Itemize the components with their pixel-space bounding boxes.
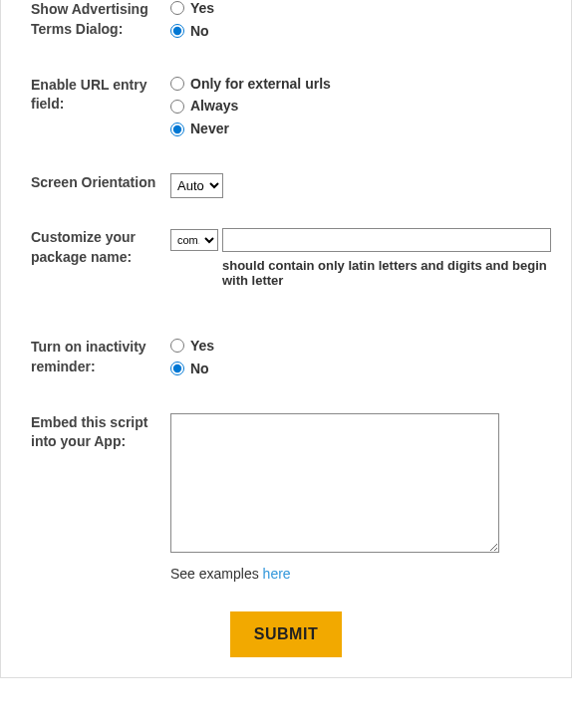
radio-inactivity-no-wrap: No	[170, 361, 551, 377]
radio-advertising-yes-label[interactable]: Yes	[190, 0, 214, 17]
submit-button[interactable]: SUBMIT	[230, 611, 342, 657]
field-advertising: Yes No	[170, 0, 571, 46]
radio-url-external-label[interactable]: Only for external urls	[190, 76, 331, 93]
field-inactivity: Yes No	[170, 338, 571, 383]
radio-url-always[interactable]	[170, 100, 184, 114]
textarea-embed-script[interactable]	[170, 413, 499, 553]
radio-url-never-wrap: Never	[170, 121, 551, 137]
radio-inactivity-yes-label[interactable]: Yes	[190, 338, 214, 355]
field-orientation: Auto	[170, 173, 571, 198]
radio-url-never-label[interactable]: Never	[190, 121, 229, 137]
row-embed-script: Embed this script into your App: See exa…	[1, 413, 571, 582]
row-url-entry: Enable URL entry field: Only for externa…	[1, 76, 571, 173]
label-advertising: Show Advertising Terms Dialog:	[1, 0, 170, 39]
row-orientation: Screen Orientation Auto	[1, 173, 571, 228]
radio-advertising-yes[interactable]	[170, 1, 184, 15]
package-input-row: com.	[170, 228, 551, 252]
select-orientation[interactable]: Auto	[170, 173, 223, 198]
label-package-name: Customize your package name:	[1, 228, 170, 267]
row-submit: SUBMIT	[1, 582, 571, 677]
radio-inactivity-yes-wrap: Yes	[170, 338, 551, 355]
row-advertising: Show Advertising Terms Dialog: Yes No	[1, 0, 571, 76]
radio-url-never[interactable]	[170, 122, 184, 136]
label-embed-script: Embed this script into your App:	[1, 413, 170, 452]
select-package-prefix[interactable]: com.	[170, 229, 218, 251]
row-package-name: Customize your package name: com. should…	[1, 228, 571, 338]
input-package-name[interactable]	[222, 228, 551, 252]
embed-examples-link[interactable]: here	[263, 566, 291, 582]
embed-examples: See examples here	[170, 566, 551, 582]
radio-advertising-yes-wrap: Yes	[170, 0, 551, 17]
radio-url-external[interactable]	[170, 77, 184, 91]
field-url-entry: Only for external urls Always Never	[170, 76, 571, 143]
label-orientation: Screen Orientation	[1, 173, 170, 193]
embed-examples-text: See examples	[170, 566, 263, 582]
field-package-name: com. should contain only latin letters a…	[170, 228, 571, 288]
row-inactivity: Turn on inactivity reminder: Yes No	[1, 338, 571, 413]
form-container: Show Advertising Terms Dialog: Yes No En…	[0, 0, 572, 678]
radio-inactivity-no[interactable]	[170, 362, 184, 375]
label-inactivity: Turn on inactivity reminder:	[1, 338, 170, 376]
radio-inactivity-yes[interactable]	[170, 339, 184, 353]
label-url-entry: Enable URL entry field:	[1, 76, 170, 115]
field-embed-script: See examples here	[170, 413, 571, 582]
radio-url-always-wrap: Always	[170, 98, 551, 115]
hint-package-name: should contain only latin letters and di…	[170, 258, 551, 288]
radio-advertising-no-label[interactable]: No	[190, 23, 209, 40]
radio-inactivity-no-label[interactable]: No	[190, 361, 209, 377]
radio-advertising-no-wrap: No	[170, 23, 551, 40]
radio-url-always-label[interactable]: Always	[190, 98, 238, 115]
radio-url-external-wrap: Only for external urls	[170, 76, 551, 93]
radio-advertising-no[interactable]	[170, 24, 184, 38]
